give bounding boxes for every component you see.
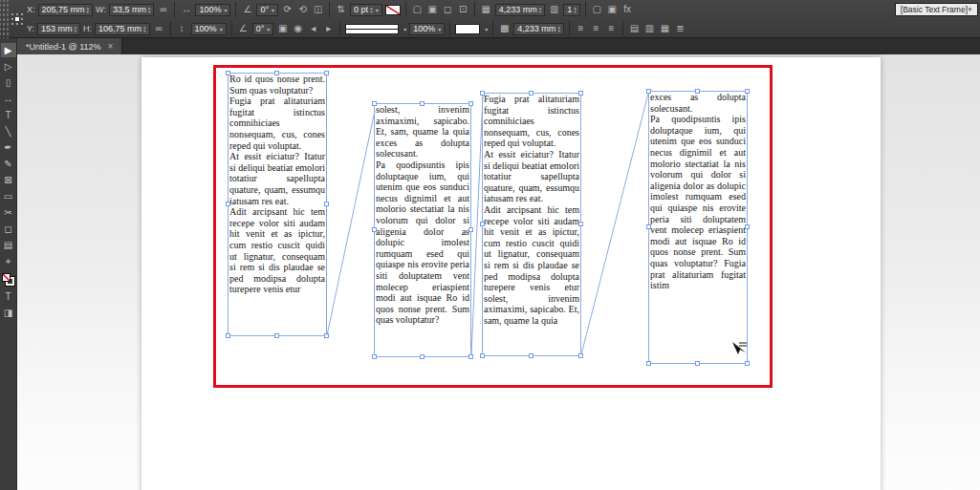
pen-tool[interactable]: ✒ (1, 140, 16, 155)
frame-handle-tl[interactable] (226, 71, 230, 75)
frame-handle-mr[interactable] (468, 227, 473, 232)
frame-handle-ml[interactable] (226, 202, 230, 206)
tab-close-icon[interactable]: × (108, 41, 114, 52)
next-object-button[interactable]: ▸ (322, 22, 335, 35)
line-tool[interactable]: ╲ (1, 124, 16, 138)
constrain-proportions-icon[interactable]: ∞ (157, 3, 169, 16)
frame-handle-bm[interactable] (695, 361, 700, 366)
reference-point-proxy[interactable] (11, 12, 24, 26)
pencil-tool[interactable]: ✎ (1, 157, 16, 171)
dropdown-arrow-icon[interactable]: ▾ (220, 26, 223, 32)
gutter-spinner[interactable]: ▴▾ (539, 6, 542, 13)
scale-y-field[interactable]: 100% ▾ (191, 23, 227, 35)
frame-handle-bm[interactable] (420, 354, 425, 359)
h-spinner[interactable]: ▴▾ (143, 25, 146, 32)
y-field[interactable]: 153 mm ▴▾ (37, 23, 80, 35)
align-right-button[interactable]: ≡ (605, 22, 618, 35)
columns-field[interactable]: 1 ▴▾ (563, 4, 580, 16)
frame-handle-tr[interactable] (468, 101, 473, 106)
frame-handle-tm[interactable] (274, 71, 279, 75)
dropdown-arrow-icon[interactable]: ▾ (438, 26, 441, 32)
frame-fitting-center-icon[interactable]: ◻ (442, 3, 454, 16)
frame-handle-tr[interactable] (745, 89, 750, 94)
constrain-proportions-icon[interactable]: ∞ (153, 22, 165, 35)
dropdown-arrow-icon[interactable]: ▾ (224, 7, 227, 13)
fill-swatch[interactable] (2, 273, 11, 282)
frame-handle-br[interactable] (324, 333, 329, 338)
shear-angle-field[interactable]: 0° ▾ (252, 23, 274, 35)
text-frame-1[interactable]: Ro id quos nonse prent. Sum quas volupta… (228, 73, 327, 336)
rectangle-tool[interactable]: ▭ (1, 189, 16, 203)
vertical-align-top-button[interactable]: ▤ (628, 22, 641, 35)
frame-handle-br[interactable] (745, 361, 750, 366)
rotation-angle-field[interactable]: 0° ▾ (256, 4, 278, 16)
gutter-field[interactable]: 4,233 mm ▴▾ (495, 4, 546, 16)
rectangle-frame-tool[interactable]: ⊠ (1, 173, 16, 187)
rotate-ccw-button[interactable]: ⟲ (296, 3, 309, 16)
scissors-tool[interactable]: ✂ (1, 205, 16, 220)
fill-color-dropdown[interactable] (455, 24, 480, 34)
type-on-path-tool[interactable]: T (1, 289, 16, 304)
frame-handle-tr[interactable] (578, 91, 583, 96)
gradient-tool[interactable]: ▤ (1, 238, 16, 252)
frame-handle-bl[interactable] (480, 353, 485, 358)
frame-handle-bm[interactable] (529, 353, 534, 358)
frame-handle-bm[interactable] (274, 333, 279, 338)
dropdown-arrow-icon[interactable]: ▾ (267, 26, 270, 32)
vertical-align-bottom-button[interactable]: ▦ (659, 22, 671, 35)
flip-horizontal-button[interactable]: ◫ (312, 3, 324, 16)
dropdown-arrow-icon[interactable]: ▾ (272, 7, 274, 13)
object-style-dropdown[interactable]: [Basic Text Frame]+ (895, 3, 978, 16)
frame-handle-tl[interactable] (372, 101, 377, 106)
view-mode-button[interactable]: ◨ (1, 306, 16, 320)
frame-handle-bl[interactable] (226, 333, 230, 338)
frame-handle-mr[interactable] (745, 224, 750, 229)
frame-handle-tr[interactable] (324, 71, 329, 75)
frame-handle-tm[interactable] (695, 89, 700, 94)
h-field[interactable]: 106,75 mm ▴▾ (95, 23, 150, 35)
frame-handle-br[interactable] (578, 353, 583, 358)
frame-handle-tm[interactable] (420, 101, 425, 106)
type-tool[interactable]: T (1, 108, 16, 122)
text-frame-3[interactable]: Fugia prat alitaturiam fugitat istinctus… (482, 93, 581, 356)
frame-handle-ml[interactable] (646, 224, 651, 229)
previous-object-button[interactable]: ◂ (307, 22, 319, 35)
select-container-button[interactable]: ▣ (276, 22, 289, 35)
y-spinner[interactable]: ▴▾ (75, 25, 77, 32)
columns-spinner[interactable]: ▴▾ (574, 6, 577, 13)
frame-handle-mr[interactable] (324, 202, 329, 206)
x-spinner[interactable]: ▴▾ (87, 6, 90, 13)
dropdown-arrow-icon[interactable]: ▾ (485, 26, 488, 32)
frame-handle-tl[interactable] (480, 91, 485, 96)
frame-handle-bl[interactable] (372, 354, 377, 359)
frame-handle-bl[interactable] (646, 361, 651, 366)
frame-fitting-proportional-icon[interactable]: ⊡ (457, 3, 469, 16)
effects-icon[interactable]: fx (621, 3, 634, 16)
dropdown-arrow-icon[interactable]: ▾ (376, 7, 379, 13)
align-center-button[interactable]: ≡ (590, 22, 602, 35)
frame-handle-br[interactable] (468, 354, 473, 359)
direct-selection-tool[interactable]: ▷ (1, 59, 16, 74)
free-transform-tool[interactable]: ◻ (1, 222, 16, 236)
rotate-cw-button[interactable]: ⟳ (281, 3, 294, 16)
inset-spinner[interactable]: ▴▾ (557, 25, 560, 32)
eyedropper-tool[interactable]: ⌖ (1, 254, 16, 268)
frame-handle-mr[interactable] (578, 222, 583, 226)
stroke-color-none-swatch[interactable] (385, 5, 401, 15)
text-frame-2[interactable]: solest, invenim aximaximi, sapicabo. Et,… (374, 103, 471, 357)
tint-field[interactable]: 100% ▾ (409, 23, 445, 35)
frame-handle-ml[interactable] (372, 227, 377, 232)
text-wrap-bounding-icon[interactable]: ▣ (606, 3, 619, 16)
frame-fitting-fit-icon[interactable]: ▣ (426, 3, 439, 16)
select-content-button[interactable]: ◉ (292, 22, 304, 35)
frame-handle-tl[interactable] (646, 89, 651, 94)
gap-tool[interactable]: ↔ (1, 92, 16, 106)
align-left-button[interactable]: ≡ (575, 22, 587, 35)
inset-field[interactable]: 4,233 mm ▴▾ (513, 23, 564, 35)
selection-tool[interactable]: ▶ (1, 43, 16, 57)
text-frame-4[interactable]: exces as dolupta solecusant.Pa quodipsun… (648, 91, 748, 364)
stroke-weight-field[interactable]: 0 pt ▴▾ ▾ (350, 4, 382, 16)
x-field[interactable]: 205,75 mm ▴▾ (38, 4, 94, 16)
page-tool[interactable]: ▯ (1, 75, 16, 90)
w-field[interactable]: 33,5 mm ▴▾ (109, 4, 155, 16)
